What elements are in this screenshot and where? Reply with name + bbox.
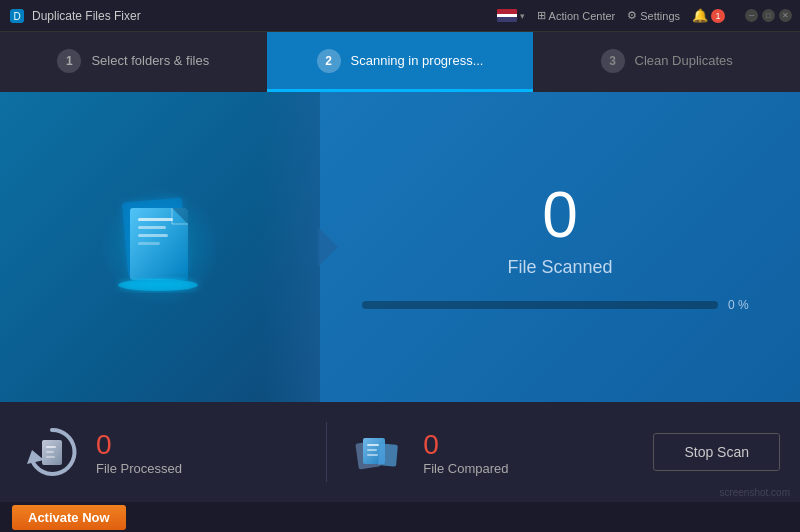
svg-rect-17 (367, 449, 377, 451)
notification-badge: 1 (711, 9, 725, 23)
app-icon: D (8, 7, 26, 25)
file-icon-container (100, 180, 220, 314)
file-compared-count: 0 (423, 429, 508, 461)
file-compared-label: File Compared (423, 461, 508, 476)
scan-stats-panel: 0 File Scanned 0 % (320, 92, 800, 402)
flag-chevron: ▾ (520, 11, 525, 21)
main-content: 0 File Scanned 0 % (0, 92, 800, 402)
file-processed-icon-container (20, 420, 84, 484)
tab-label-1: Select folders & files (91, 53, 209, 68)
tab-select-folders[interactable]: 1 Select folders & files (0, 32, 267, 92)
svg-rect-16 (367, 444, 379, 446)
svg-rect-18 (367, 454, 378, 456)
gear-icon: ⚙ (627, 9, 637, 22)
progress-container: 0 % (362, 298, 758, 312)
file-processed-count: 0 (96, 429, 182, 461)
tab-number-2: 2 (317, 49, 341, 73)
svg-text:D: D (13, 11, 20, 22)
files-scanned-label: File Scanned (507, 257, 612, 278)
language-selector[interactable]: ▾ (497, 9, 525, 22)
footer: Activate Now screenshot.com (0, 502, 800, 532)
close-button[interactable]: ✕ (779, 9, 792, 22)
progress-percent: 0 % (728, 298, 758, 312)
tab-bar: 1 Select folders & files 2 Scanning in p… (0, 32, 800, 92)
file-processed-stat: 0 File Processed (20, 420, 306, 484)
svg-rect-6 (138, 234, 168, 237)
file-compared-stat: 0 File Compared (347, 420, 633, 484)
files-scanned-count: 0 (542, 183, 578, 247)
progress-bar-background (362, 301, 718, 309)
titlebar: D Duplicate Files Fixer ▾ ⊞ Action Cente… (0, 0, 800, 32)
svg-rect-7 (138, 242, 160, 245)
window-controls: ─ □ ✕ (745, 9, 792, 22)
flag-icon (497, 9, 517, 22)
grid-icon: ⊞ (537, 9, 546, 22)
activate-now-button[interactable]: Activate Now (12, 505, 126, 530)
file-processed-text: 0 File Processed (96, 429, 182, 476)
svg-rect-13 (46, 456, 55, 458)
svg-rect-5 (138, 226, 166, 229)
tab-label-2: Scanning in progress... (351, 53, 484, 68)
file-compared-text: 0 File Compared (423, 429, 508, 476)
app-title: Duplicate Files Fixer (32, 9, 497, 23)
tab-number-3: 3 (601, 49, 625, 73)
file-compared-icon-container (347, 420, 411, 484)
tab-number-1: 1 (57, 49, 81, 73)
stat-divider-1 (326, 422, 327, 482)
notification-icon: 🔔 (692, 8, 708, 23)
file-compared-icon (349, 422, 409, 482)
maximize-button[interactable]: □ (762, 9, 775, 22)
watermark: screenshot.com (719, 487, 790, 498)
action-center-button[interactable]: ⊞ Action Center (537, 9, 616, 22)
svg-rect-11 (46, 446, 56, 448)
notification-button[interactable]: 🔔 1 (692, 8, 725, 23)
svg-marker-9 (27, 450, 44, 464)
stop-scan-button[interactable]: Stop Scan (653, 433, 780, 471)
file-processed-label: File Processed (96, 461, 182, 476)
svg-rect-19 (378, 443, 398, 466)
tab-clean-duplicates[interactable]: 3 Clean Duplicates (533, 32, 800, 92)
settings-button[interactable]: ⚙ Settings (627, 9, 680, 22)
file-processed-icon (22, 422, 82, 482)
tab-label-3: Clean Duplicates (635, 53, 733, 68)
tab-scanning[interactable]: 2 Scanning in progress... (267, 32, 534, 92)
svg-rect-4 (138, 218, 173, 221)
arrow-connector (318, 227, 338, 267)
file-scan-icon (100, 180, 220, 314)
minimize-button[interactable]: ─ (745, 9, 758, 22)
titlebar-controls: ▾ ⊞ Action Center ⚙ Settings 🔔 1 ─ □ ✕ (497, 8, 792, 23)
scan-animation-panel (0, 92, 320, 402)
svg-point-8 (118, 279, 198, 291)
stats-bar: 0 File Processed (0, 402, 800, 502)
svg-rect-12 (46, 451, 54, 453)
